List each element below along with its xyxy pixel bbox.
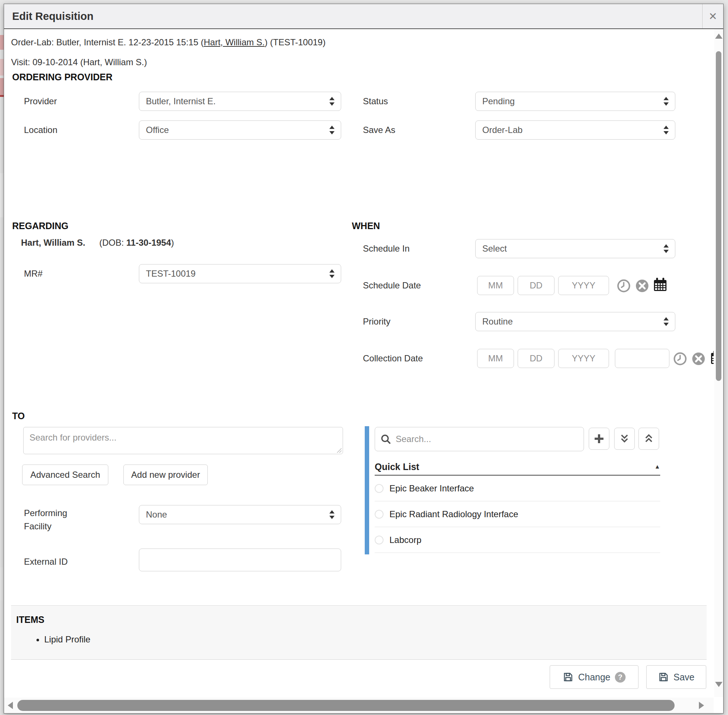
close-button[interactable]: ✕ [702,4,723,29]
provider-search-textarea[interactable] [23,427,343,454]
edit-requisition-dialog: Edit Requisition ✕ Order-Lab: Butler, In… [4,4,723,713]
schedule-year-input[interactable] [558,276,609,295]
schedule-date-label: Schedule Date [363,280,421,291]
save-button[interactable]: Save [646,665,706,689]
visit-line: Visit: 09-10-2014 (Hart, William S.) [11,57,147,68]
recipients-accent-bar [365,426,369,554]
quick-list-item-labcorp[interactable]: Labcorp [375,527,660,553]
save-as-label: Save As [363,125,395,135]
location-select[interactable]: Office [139,121,341,140]
collapse-all-button[interactable] [639,428,659,450]
scroll-up-arrow-icon[interactable] [715,33,722,39]
scroll-left-arrow-icon[interactable] [8,702,13,709]
item-lipid-profile: Lipid Profile [44,634,90,645]
dialog-content: Order-Lab: Butler, Internist E. 12-23-20… [4,29,714,698]
collapse-caret-icon: ▲ [654,463,660,470]
quick-list-item-label: Epic Beaker Interface [390,483,474,493]
close-icon: ✕ [708,10,717,23]
regarding-heading: REGARDING [12,221,68,231]
provider-select[interactable]: Butler, Internist E. [139,92,341,111]
quick-list-title: Quick List [375,462,419,472]
vertical-scrollbar[interactable] [714,29,723,697]
order-summary-prefix: Order-Lab: Butler, Internist E. 12-23-20… [11,37,204,47]
vertical-scrollbar-thumb[interactable] [716,51,721,381]
chevron-double-down-icon [619,433,630,444]
collection-clear-icon[interactable] [692,352,705,367]
horizontal-scrollbar-thumb[interactable] [17,700,675,711]
schedule-clear-icon[interactable] [635,279,649,294]
performing-facility-select[interactable]: None [139,505,341,524]
collection-time-input[interactable] [615,349,669,368]
quick-list-item-label: Epic Radiant Radiology Interface [390,509,518,519]
schedule-in-label: Schedule In [363,243,410,254]
add-recipient-button[interactable] [589,428,609,450]
collection-day-input[interactable] [518,349,554,368]
select-arrows-icon [329,125,335,135]
order-summary-suffix: ) (TEST-10019) [264,37,325,47]
dob-prefix: (DOB: [100,238,126,247]
ordering-provider-heading: ORDERING PROVIDER [12,72,112,83]
dob-suffix: ) [171,238,174,247]
select-arrows-icon [663,317,669,326]
select-arrows-icon [663,97,669,106]
quick-list-item-epic-radiant[interactable]: Epic Radiant Radiology Interface [375,501,660,527]
collection-year-input[interactable] [558,349,609,368]
external-id-input[interactable] [139,549,341,571]
expand-all-button[interactable] [614,428,635,450]
schedule-in-value: Select [482,243,663,254]
collection-date-label: Collection Date [363,353,423,364]
status-select[interactable]: Pending [475,92,675,111]
priority-value: Routine [482,317,663,327]
schedule-time-clock-icon[interactable] [617,279,631,294]
schedule-day-input[interactable] [518,276,554,295]
save-button-label: Save [674,672,695,683]
schedule-in-select[interactable]: Select [475,239,675,258]
chevron-double-up-icon [643,433,654,444]
collection-calendar-icon[interactable] [709,350,714,367]
mr-label: MR# [24,269,43,279]
dob-value: 11-30-1954 [126,238,171,247]
dialog-body: Order-Lab: Butler, Internist E. 12-23-20… [4,29,723,713]
items-section: ITEMS Lipid Profile [11,605,707,660]
external-id-label: External ID [24,557,68,567]
patient-line: Hart, William S.(DOB: 11-30-1954) [21,238,174,248]
schedule-calendar-icon[interactable] [652,277,668,294]
to-heading: TO [12,411,25,421]
quick-list-header[interactable]: Quick List ▲ [375,459,660,475]
radio-icon[interactable] [375,535,384,545]
status-value: Pending [482,96,663,106]
horizontal-scrollbar[interactable] [4,698,714,713]
collection-month-input[interactable] [477,349,514,368]
quick-list-item-epic-beaker[interactable]: Epic Beaker Interface [375,475,660,501]
scroll-down-arrow-icon[interactable] [715,682,722,687]
radio-icon[interactable] [375,484,384,493]
patient-link[interactable]: Hart, William S. [204,37,264,47]
add-new-provider-button[interactable]: Add new provider [124,465,208,485]
items-heading: ITEMS [16,614,44,625]
radio-icon[interactable] [375,510,384,519]
priority-select[interactable]: Routine [475,312,675,331]
select-arrows-icon [329,510,335,519]
performing-facility-label: Performing Facility [24,507,86,533]
search-icon [381,434,391,444]
scroll-right-arrow-icon[interactable] [699,702,704,709]
schedule-month-input[interactable] [477,276,514,295]
location-value: Office [146,125,329,135]
select-arrows-icon [329,269,335,279]
mr-value: TEST-10019 [146,269,329,279]
help-icon[interactable]: ? [615,672,625,683]
select-arrows-icon [329,97,335,106]
priority-label: Priority [363,317,391,327]
collection-time-clock-icon[interactable] [673,352,687,367]
dialog-header: Edit Requisition ✕ [4,4,723,29]
location-label: Location [24,125,57,135]
save-as-select[interactable]: Order-Lab [475,121,675,140]
quick-list-item-label: Labcorp [390,535,421,545]
change-button[interactable]: Change ? [550,665,639,689]
save-disk-icon [563,671,574,683]
save-disk-icon [658,671,669,683]
mr-select[interactable]: TEST-10019 [139,264,341,283]
advanced-search-button[interactable]: Advanced Search [22,465,108,485]
recipient-search-input[interactable] [375,427,584,451]
change-button-label: Change [578,672,610,683]
